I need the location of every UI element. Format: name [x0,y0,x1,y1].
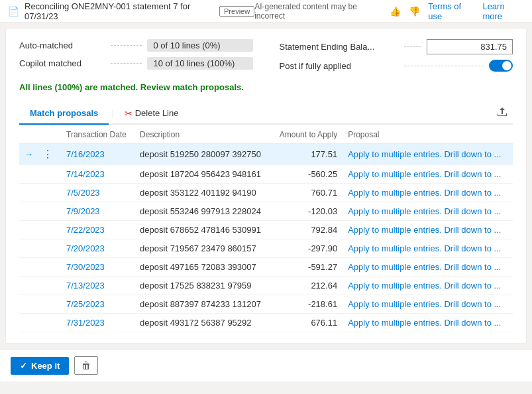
transaction-date[interactable]: 7/14/2023 [61,165,134,184]
row-menu-dots [34,184,61,202]
date-link[interactable]: 7/20/2023 [66,243,105,253]
post-if-applied-toggle[interactable] [489,60,513,72]
proposal-link[interactable]: Apply to multiple entries. Drill down to… [348,225,501,235]
keep-it-button[interactable]: ✓ Keep it [11,357,69,375]
col-description: Description [134,125,272,144]
delete-icon: ✂ [125,108,133,119]
transaction-description: deposit 493172 56387 95292 [134,314,272,332]
table-body: →⋮7/16/2023deposit 519250 280097 3927501… [19,144,513,332]
table-row: 7/9/2023deposit 553246 997913 228024-120… [19,202,513,221]
date-link[interactable]: 7/31/2023 [66,318,105,328]
transaction-proposal[interactable]: Apply to multiple entries. Drill down to… [343,258,513,277]
transactions-table: Transaction Date Description Amount to A… [19,125,513,332]
table-row: 7/31/2023deposit 493172 56387 95292676.1… [19,314,513,332]
transaction-proposal[interactable]: Apply to multiple entries. Drill down to… [343,165,513,184]
delete-line-button[interactable]: ✂ Delete Line [117,104,187,123]
transaction-proposal[interactable]: Apply to multiple entries. Drill down to… [343,295,513,314]
date-link[interactable]: 7/5/2023 [66,188,100,198]
proposal-link[interactable]: Apply to multiple entries. Drill down to… [348,206,501,216]
transaction-date[interactable]: 7/25/2023 [61,295,134,314]
export-button[interactable] [492,104,513,123]
preview-badge: Preview [219,6,254,17]
table-row: →⋮7/16/2023deposit 519250 280097 3927501… [19,144,513,165]
date-link[interactable]: 7/9/2023 [66,206,100,216]
transaction-amount: 760.71 [272,184,343,202]
transaction-date[interactable]: 7/20/2023 [61,239,134,258]
terms-of-use-link[interactable]: Terms of use [428,1,474,21]
transaction-proposal[interactable]: Apply to multiple entries. Drill down to… [343,239,513,258]
transaction-proposal[interactable]: Apply to multiple entries. Drill down to… [343,144,513,165]
proposal-link[interactable]: Apply to multiple entries. Drill down to… [348,262,501,272]
table-row: 7/5/2023deposit 353122 401192 94190760.7… [19,184,513,202]
copilot-matched-row: Copilot matched 10 of 10 lines (100%) [19,57,253,70]
thumbs-down-icon[interactable]: 👎 [409,6,420,17]
transaction-description: deposit 187204 956423 948161 [134,165,272,184]
thumbs-up-icon[interactable]: 👍 [390,6,401,17]
row-arrow [19,221,34,239]
statement-ending-dots [404,46,422,47]
transaction-amount: -297.90 [272,239,343,258]
proposal-link[interactable]: Apply to multiple entries. Drill down to… [348,281,501,291]
date-link[interactable]: 7/30/2023 [66,262,105,272]
all-matched-banner: All lines (100%) are matched. Review mat… [19,82,513,92]
transaction-proposal[interactable]: Apply to multiple entries. Drill down to… [343,314,513,332]
transaction-description: deposit 353122 401192 94190 [134,184,272,202]
row-arrow [19,165,34,184]
transaction-date[interactable]: 7/5/2023 [61,184,134,202]
tab-match-proposals[interactable]: Match proposals [19,103,109,125]
date-link[interactable]: 7/22/2023 [66,225,105,235]
statement-ending-input[interactable] [427,39,513,54]
proposal-link[interactable]: Apply to multiple entries. Drill down to… [348,243,501,253]
table-row: 7/22/2023deposit 678652 478146 530991792… [19,221,513,239]
row-menu-dots[interactable]: ⋮ [34,144,61,165]
transaction-proposal[interactable]: Apply to multiple entries. Drill down to… [343,202,513,221]
dots-menu-button[interactable]: ⋮ [40,149,56,160]
top-bar-right: AI-generated content may be incorrect 👍 … [254,1,524,21]
transaction-amount: 676.11 [272,314,343,332]
proposal-link[interactable]: Apply to multiple entries. Drill down to… [348,299,501,309]
date-link[interactable]: 7/25/2023 [66,299,105,309]
row-menu-dots [34,258,61,277]
date-link[interactable]: 7/16/2023 [66,149,105,159]
learn-more-link[interactable]: Learn more [482,1,524,21]
transaction-date[interactable]: 7/9/2023 [61,202,134,221]
table-row: 7/20/2023deposit 719567 23479 860157-297… [19,239,513,258]
trash-button[interactable]: 🗑 [74,356,98,375]
transaction-proposal[interactable]: Apply to multiple entries. Drill down to… [343,221,513,239]
transaction-proposal[interactable]: Apply to multiple entries. Drill down to… [343,184,513,202]
ai-disclaimer: AI-generated content may be incorrect [254,2,382,21]
row-menu-dots [34,295,61,314]
transaction-date[interactable]: 7/22/2023 [61,221,134,239]
date-link[interactable]: 7/14/2023 [66,169,105,179]
auto-matched-label: Auto-matched [19,40,105,50]
transaction-date[interactable]: 7/30/2023 [61,258,134,277]
transaction-proposal[interactable]: Apply to multiple entries. Drill down to… [343,277,513,295]
transaction-date[interactable]: 7/13/2023 [61,277,134,295]
copilot-matched-dots [111,63,142,64]
proposal-link[interactable]: Apply to multiple entries. Drill down to… [348,149,501,159]
transaction-description: deposit 497165 72083 393007 [134,258,272,277]
date-link[interactable]: 7/13/2023 [66,281,105,291]
statement-ending-row: Statement Ending Bala... [280,39,513,54]
bottom-bar: ✓ Keep it 🗑 [0,349,532,381]
transactions-table-wrapper: Transaction Date Description Amount to A… [19,125,513,332]
proposal-link[interactable]: Apply to multiple entries. Drill down to… [348,169,501,179]
proposal-link[interactable]: Apply to multiple entries. Drill down to… [348,318,501,328]
proposal-link[interactable]: Apply to multiple entries. Drill down to… [348,188,501,198]
transaction-date[interactable]: 7/31/2023 [61,314,134,332]
row-arrow [19,314,34,332]
col-dots [34,125,61,144]
summary-section: Auto-matched 0 of 10 lines (0%) Copilot … [19,39,513,77]
row-arrow: → [19,144,34,165]
summary-right: Statement Ending Bala... Post if fully a… [280,39,513,77]
post-if-applied-label: Post if fully applied [280,61,399,71]
transaction-description: deposit 678652 478146 530991 [134,221,272,239]
row-menu-dots [34,165,61,184]
statement-ending-label: Statement Ending Bala... [280,42,399,52]
transaction-description: deposit 553246 997913 228024 [134,202,272,221]
row-arrow [19,277,34,295]
auto-matched-row: Auto-matched 0 of 10 lines (0%) [19,39,253,52]
trash-icon: 🗑 [81,360,91,371]
transaction-date[interactable]: 7/16/2023 [61,144,134,165]
col-proposal: Proposal [343,125,513,144]
